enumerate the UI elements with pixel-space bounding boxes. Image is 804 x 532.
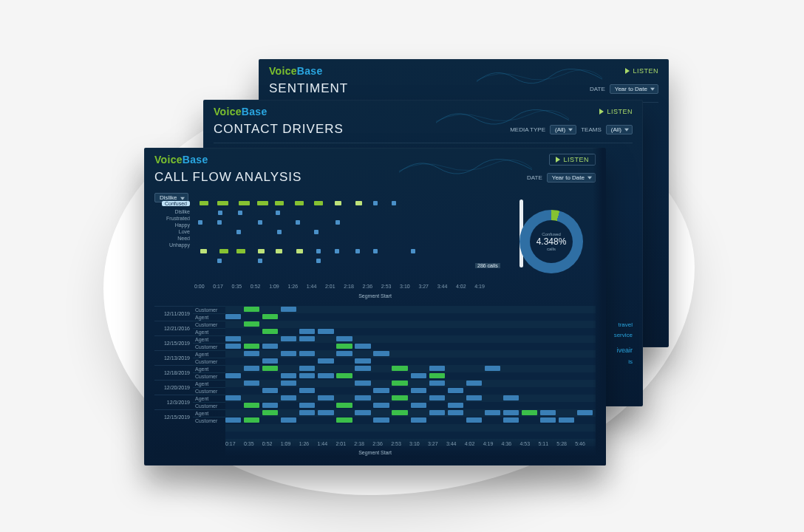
emotion-track [197,219,485,226]
axis-tick: 2:53 [391,441,401,446]
axis-tick: 3:44 [446,441,457,446]
tag-link[interactable]: travel [618,321,633,328]
axis-tick: 5:28 [556,441,567,446]
timeline-row [225,328,596,335]
date-filter-select[interactable]: Year to Date [610,84,658,94]
emotion-track [197,228,485,236]
timeline-row [225,350,596,358]
axis-tick: 0:35 [232,284,242,289]
axis-tick: 5:46 [575,441,585,446]
axis-tick: 1:44 [307,284,317,289]
axis-tick: 4:53 [520,441,531,446]
tag-link[interactable]: service [614,332,633,338]
emotion-track [197,248,485,255]
axis-tick: 0:52 [251,284,261,289]
listen-button[interactable]: LISTEN [599,108,633,115]
timeline-role: Customer [193,372,225,380]
media-type-label: MEDIA TYPE [510,126,545,133]
timeline-role: Customer [193,387,225,395]
page-title: SENTIMENT [269,81,348,96]
page-title: CONTACT DRIVERS [214,122,344,137]
axis-tick: 2:36 [363,284,373,289]
timeline-row [225,395,596,402]
axis-tick: 4:36 [502,441,512,446]
timeline-row [225,365,596,372]
timeline-role: Customer [193,417,225,424]
play-icon [556,157,560,163]
axis-tick: 0:35 [244,441,254,446]
axis-tick: 4:02 [465,441,475,446]
axis-tick: 3:44 [437,284,448,289]
timeline-role: Agent [193,313,225,321]
date-filter-label: DATE [590,86,605,92]
listen-button[interactable]: LISTEN [549,154,596,166]
timeline-role: Customer [193,343,225,350]
timeline-row [225,409,596,417]
emotion-label: Unhappy [154,242,190,248]
axis-tick: 3:10 [400,284,410,289]
axis-tick: 3:27 [418,284,429,289]
axis-tick: 2:36 [372,441,383,446]
page-title: CALL FLOW ANALYSIS [154,170,302,185]
axis-tick: 2:53 [381,284,392,289]
donut-sub: calls [547,247,556,251]
axis-tick: 1:26 [299,441,310,446]
timeline-row [225,358,596,365]
axis-tick: 5:11 [538,441,548,446]
timeline-date: 12/11/2019 [154,306,193,321]
axis-tick: 3:27 [428,441,438,446]
brand-logo: VoiceBase [154,154,208,166]
tag-link[interactable]: is [628,358,633,365]
axis-tick: 0:52 [262,441,273,446]
listen-button[interactable]: LISTEN [625,67,658,75]
timeline-role: Agent [193,350,225,358]
timeline-row [225,387,596,395]
segment-start-label: Segment Start [358,293,392,299]
timeline-date: 12/18/2019 [154,365,193,380]
play-icon [625,68,630,74]
timeline-role: Agent [193,328,225,335]
timeline-role: Agent [193,380,225,387]
emotion-track [197,257,485,265]
play-icon [599,109,604,115]
emotion-label: Need [154,236,190,241]
divider [214,143,633,143]
timeline-row [225,313,596,321]
axis-tick: 0:17 [225,441,236,446]
timeline-row [225,372,596,380]
brand-logo: VoiceBase [214,106,267,117]
timeline-role: Agent [193,409,225,417]
emotion-label: Frustrated [154,216,190,221]
timeline-row [225,417,596,424]
timeline-date: 12/3/2019 [154,395,193,409]
tag-link[interactable]: iveair [616,347,633,354]
emotion-label: Love [154,229,190,234]
emotion-label[interactable]: Confused [154,201,190,206]
axis-tick: 2:01 [335,441,346,446]
axis-tick: 0:00 [194,284,205,289]
emotion-track [197,209,485,216]
date-filter-select[interactable]: Year to Date [547,173,596,183]
timeline-row [225,380,596,387]
timeline-row [225,343,596,350]
emotion-label: Dislike [154,209,190,214]
media-type-select[interactable]: (All) [550,125,576,134]
axis-tick: 2:18 [354,441,364,446]
timeline-role: Customer [193,402,225,409]
timeline-date: 12/15/2019 [154,335,193,350]
segment-start-label: Segment Start [358,450,392,455]
timeline-row [225,402,596,409]
timeline-date: 12/20/2019 [154,380,193,395]
timeline-role: Agent [193,335,225,343]
donut-value: 4.348% [536,236,567,247]
teams-select[interactable]: (All) [606,125,633,134]
timeline-date: 12/13/2019 [154,350,193,365]
timeline-row [225,335,596,343]
axis-tick: 4:19 [474,284,485,289]
axis-tick: 1:44 [318,441,328,446]
axis-tick: 1:26 [287,284,298,289]
axis-tick: 1:09 [269,284,279,289]
timeline-role: Agent [193,365,225,372]
emotion-label: Happy [154,222,190,228]
axis-tick: 4:02 [456,284,466,289]
